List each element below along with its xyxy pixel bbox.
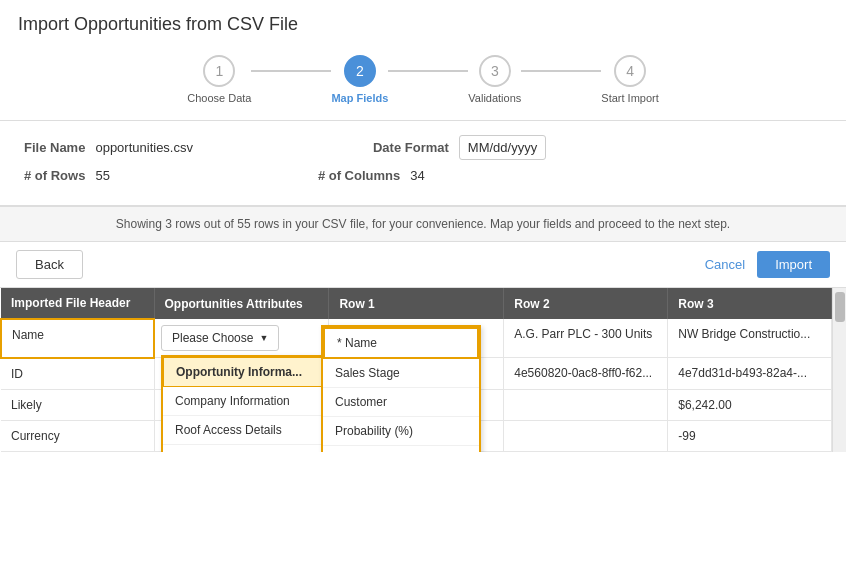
row1-item-contact[interactable]: Contact (323, 446, 479, 452)
info-row-1: File Name opportunities.csv Date Format … (24, 135, 822, 160)
step-label-2: Map Fields (331, 92, 388, 104)
step-circle-1: 1 (203, 55, 235, 87)
row2-cell-currency (504, 420, 668, 451)
date-format-value: MM/dd/yyyy (468, 140, 537, 155)
row2-cell-id: 4e560820-0ac8-8ff0-f62... (504, 358, 668, 390)
mapping-table: Imported File Header Opportunities Attri… (0, 288, 832, 452)
col-header-row3: Row 3 (668, 288, 832, 319)
scrollbar-track[interactable] (832, 288, 846, 452)
date-format-label: Date Format (373, 140, 449, 155)
step-circle-4: 4 (614, 55, 646, 87)
page-title: Import Opportunities from CSV File (0, 0, 846, 45)
step-2: 2 Map Fields (331, 55, 388, 104)
please-choose-button[interactable]: Please Choose (161, 325, 279, 351)
file-name-item: File Name opportunities.csv (24, 140, 193, 155)
columns-item: # of Columns 34 (318, 168, 425, 183)
row3-cell-likely: $6,242.00 (668, 389, 832, 420)
col-header-row1: Row 1 (329, 288, 504, 319)
rows-item: # of Rows 55 (24, 168, 110, 183)
step-circle-2: 2 (344, 55, 376, 87)
header-cell-id: ID (1, 358, 154, 390)
columns-value: 34 (410, 168, 424, 183)
col-header-attrib: Opportunities Attributes (154, 288, 329, 319)
step-connector-2 (388, 70, 468, 72)
date-format-select[interactable]: MM/dd/yyyy (459, 135, 546, 160)
date-format-item: Date Format MM/dd/yyyy (373, 135, 546, 160)
header-cell-currency: Currency (1, 420, 154, 451)
columns-label: # of Columns (318, 168, 400, 183)
row2-cell-likely (504, 389, 668, 420)
stepper: 1 Choose Data 2 Map Fields 3 Validations… (0, 45, 846, 121)
info-section: File Name opportunities.csv Date Format … (0, 121, 846, 206)
notice-bar: Showing 3 rows out of 55 rows in your CS… (0, 206, 846, 242)
row1-submenu: * Name Sales Stage Customer Probability … (321, 325, 481, 452)
step-connector-3 (521, 70, 601, 72)
action-right: Cancel Import (705, 251, 830, 278)
row1-item-probability[interactable]: Probability (%) (323, 417, 479, 446)
step-1: 1 Choose Data (187, 55, 251, 104)
col-header-row2: Row 2 (504, 288, 668, 319)
step-4: 4 Start Import (601, 55, 658, 104)
row3-cell-currency: -99 (668, 420, 832, 451)
action-bar: Back Cancel Import (0, 242, 846, 288)
row2-cell-name: A.G. Parr PLC - 300 Units (504, 319, 668, 358)
row1-item-salesstage[interactable]: Sales Stage (323, 359, 479, 388)
info-row-2: # of Rows 55 # of Columns 34 (24, 168, 822, 183)
cancel-button[interactable]: Cancel (705, 257, 745, 272)
table-wrapper: Imported File Header Opportunities Attri… (0, 288, 846, 452)
row3-cell-id: 4e7dd31d-b493-82a4-... (668, 358, 832, 390)
scrollbar-thumb[interactable] (835, 292, 845, 322)
import-button[interactable]: Import (757, 251, 830, 278)
back-button[interactable]: Back (16, 250, 83, 279)
col-header-imported: Imported File Header (1, 288, 154, 319)
row1-item-customer[interactable]: Customer (323, 388, 479, 417)
header-cell-name: Name (1, 319, 154, 358)
step-label-1: Choose Data (187, 92, 251, 104)
row1-item-name[interactable]: * Name (323, 327, 479, 359)
rows-value: 55 (95, 168, 109, 183)
row3-cell-name: NW Bridge Constructio... (668, 319, 832, 358)
dropdown-wrapper-name: Please Choose Opportunity Informa... Com… (161, 325, 322, 351)
step-circle-3: 3 (479, 55, 511, 87)
attrib-cell-name[interactable]: Please Choose Opportunity Informa... Com… (154, 319, 329, 358)
rows-label: # of Rows (24, 168, 85, 183)
step-connector-1 (251, 70, 331, 72)
file-name-value: opportunities.csv (95, 140, 193, 155)
file-name-label: File Name (24, 140, 85, 155)
step-label-4: Start Import (601, 92, 658, 104)
step-label-3: Validations (468, 92, 521, 104)
header-cell-likely: Likely (1, 389, 154, 420)
table-row-name: Name Please Choose Opportunity Informa..… (1, 319, 832, 358)
step-3: 3 Validations (468, 55, 521, 104)
